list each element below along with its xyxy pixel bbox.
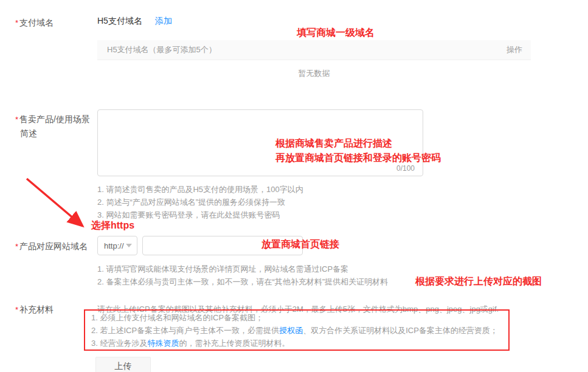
supplementary-item-2-text: 2. 若上述ICP备案主体与商户号主体不一致，必需提供 bbox=[91, 326, 279, 335]
char-counter: 0/100 bbox=[396, 164, 415, 173]
product-desc-hints: 1. 请简述贵司售卖的产品及H5支付的使用场景，100字以内 2. 简述与“产品… bbox=[97, 183, 303, 221]
protocol-select[interactable]: http:// bbox=[97, 236, 137, 255]
required-asterisk: * bbox=[15, 18, 18, 27]
product-desc-label: *售卖产品/使用场景 简述 bbox=[15, 112, 95, 140]
supplementary-item-3-text: 3. 经营业务涉及 bbox=[91, 339, 147, 348]
annotation-place-homepage-link: 放置商城首页链接 bbox=[261, 237, 339, 252]
special-qualification-link[interactable]: 特殊资质 bbox=[147, 339, 179, 348]
payment-domain-label: *支付域名 bbox=[15, 16, 95, 30]
product-desc-label-line2: 简述 bbox=[20, 128, 37, 138]
protocol-selected-value: http:// bbox=[104, 241, 124, 250]
website-domain-label-text: 产品对应网站域名 bbox=[19, 241, 88, 251]
supplementary-label-text: 补充材料 bbox=[19, 305, 54, 314]
annotation-describe-products-line1: 根据商城售卖产品进行描述 bbox=[275, 136, 441, 151]
supplementary-item-1-text: 1. 必须上传支付域名和网站域名的ICP备案截图； bbox=[91, 313, 263, 322]
annotation-upload-screenshots: 根据要求进行上传对应的截图 bbox=[415, 274, 542, 289]
website-domain-hint-2: 2. 备案主体必须与贵司主体一致，如不一致，请在“其他补充材料”提供相关证明材料 bbox=[97, 275, 388, 288]
supplementary-item-1: 1. 必须上传支付域名和网站域名的ICP备案截图； bbox=[91, 311, 498, 324]
required-asterisk: * bbox=[15, 242, 18, 251]
annotation-describe-products-line2: 再放置商城首页链接和登录的账号密码 bbox=[275, 151, 441, 165]
domain-table-header-action: 操作 bbox=[507, 44, 522, 55]
required-asterisk: * bbox=[15, 115, 18, 124]
website-domain-hint-1: 1. 请填写官网或能体现支付场景的详情页网址，网站域名需通过ICP备案 bbox=[97, 263, 388, 275]
product-desc-label-line1: 售卖产品/使用场景 bbox=[19, 114, 90, 124]
product-desc-hint-1: 1. 请简述贵司售卖的产品及H5支付的使用场景，100字以内 bbox=[97, 183, 303, 196]
chevron-down-icon bbox=[126, 244, 132, 247]
supplementary-requirements-list: 1. 必须上传支付域名和网站域名的ICP备案截图； 2. 若上述ICP备案主体与… bbox=[91, 311, 498, 350]
add-domain-link[interactable]: 添加 bbox=[155, 16, 172, 27]
supplementary-item-3-suffix: 的，需补充上传资质证明材料。 bbox=[179, 339, 289, 348]
website-domain-hints: 1. 请填写官网或能体现支付场景的详情页网址，网站域名需通过ICP备案 2. 备… bbox=[97, 263, 388, 288]
supplementary-item-2: 2. 若上述ICP备案主体与商户号主体不一致，必需提供授权函、双方合作关系证明材… bbox=[91, 324, 498, 337]
annotation-describe-products: 根据商城售卖产品进行描述 再放置商城首页链接和登录的账号密码 bbox=[275, 136, 441, 165]
annotation-choose-https: 选择https bbox=[91, 218, 134, 233]
annotation-fill-first-level-domain: 填写商城一级域名 bbox=[297, 26, 375, 40]
payment-domain-label-text: 支付域名 bbox=[19, 18, 54, 27]
supplementary-item-3: 3. 经营业务涉及特殊资质的，需补充上传资质证明材料。 bbox=[91, 337, 498, 350]
website-domain-label: *产品对应网站域名 bbox=[15, 239, 95, 253]
merchant-form-page: *支付域名 H5支付域名 添加 填写商城一级域名 H5支付域名（最多可添加5个）… bbox=[0, 0, 588, 372]
red-arrow-icon bbox=[22, 175, 94, 236]
domain-table-header-title: H5支付域名（最多可添加5个） bbox=[107, 44, 216, 55]
authorization-letter-link[interactable]: 授权函 bbox=[279, 326, 303, 335]
product-desc-hint-2: 2. 简述与“产品对应网站域名”提供的服务必须保持一致 bbox=[97, 196, 303, 208]
upload-button[interactable]: 上传 bbox=[95, 357, 151, 372]
domain-table-empty-text: 暂无数据 bbox=[97, 68, 531, 79]
supplementary-item-2-suffix: 、双方合作关系证明材料以及ICP备案主体的经营资质； bbox=[303, 326, 498, 335]
required-asterisk: * bbox=[15, 305, 18, 314]
domain-table-header: H5支付域名（最多可添加5个） 操作 bbox=[97, 40, 531, 60]
h5-payment-domain-text: H5支付域名 bbox=[97, 16, 142, 27]
